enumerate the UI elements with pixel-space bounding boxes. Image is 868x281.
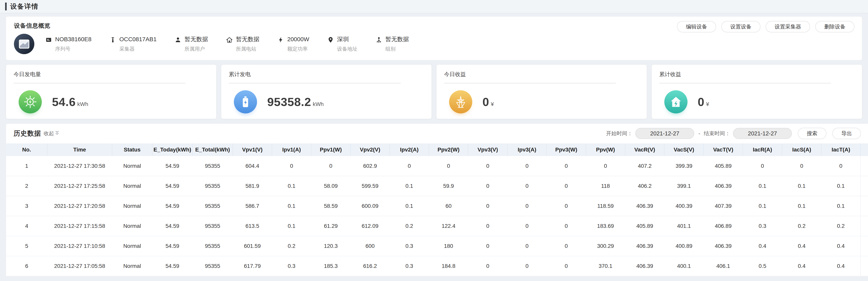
table-cell: 406.39	[704, 176, 743, 196]
table-cell: 0.1	[821, 176, 861, 196]
device-rated-power: 20000W额定功率	[277, 36, 309, 53]
column-header: Vpv3(V)	[468, 144, 507, 156]
table-cell: 0	[547, 156, 586, 176]
table-cell: 600.09	[350, 196, 390, 216]
device-overview-card: 设备信息概览 编辑设备设置设备设置采集器删除设备 NO	[6, 17, 862, 60]
table-cell: 0.3	[390, 236, 429, 256]
table-cell: 54.59	[152, 156, 192, 176]
table-cell: 599.59	[350, 176, 390, 196]
table-cell: 401.1	[664, 216, 704, 236]
table-cell-overflow	[861, 156, 868, 176]
table-cell: 0	[547, 216, 586, 236]
table-cell: 0	[468, 156, 507, 176]
stat-title: 累计收益	[659, 71, 855, 78]
serial-card-icon	[45, 36, 52, 43]
table-cell: 54.59	[152, 236, 192, 256]
history-table-wrap: No.TimeStatusE_Today(kWh)E_Total(kWh)Vpv…	[6, 144, 868, 276]
collapse-toggle[interactable]: 收起	[44, 130, 60, 137]
table-row: 62021-12-27 17:05:58Normal54.5995355617.…	[6, 256, 868, 276]
table-cell: 5	[6, 236, 47, 256]
info-value: 20000W	[287, 36, 309, 43]
search-button[interactable]: 搜索	[798, 128, 827, 139]
info-value: 暂无数据	[236, 36, 259, 43]
table-cell: 407.2	[625, 156, 664, 176]
power-bolt-icon	[277, 36, 284, 43]
stat-divider	[444, 83, 616, 84]
column-header: Status	[112, 144, 152, 156]
stat-unit: ¥	[706, 101, 709, 107]
table-cell: 0	[547, 196, 586, 216]
table-cell: 4	[6, 216, 47, 236]
page-title: 设备详情	[10, 2, 38, 11]
info-label: 额定功率	[287, 45, 309, 53]
table-cell: 0.1	[782, 196, 821, 216]
stat-unit: ¥	[491, 101, 494, 107]
table-cell: 2021-12-27 17:30:58	[47, 156, 112, 176]
column-header: VacT(V)	[704, 144, 743, 156]
table-cell: 185.3	[311, 256, 350, 276]
table-cell: 406.39	[625, 256, 664, 276]
column-header: IacR(A)	[743, 144, 782, 156]
table-cell: 6	[6, 256, 47, 276]
column-header: Ipv2(A)	[390, 144, 429, 156]
column-header: Ppv3(W)	[547, 144, 586, 156]
table-cell: 0.4	[821, 256, 861, 276]
table-cell: 399.1	[664, 176, 704, 196]
main-content: 设备信息概览 编辑设备设置设备设置采集器删除设备 NO	[0, 13, 868, 277]
configure-collector-button[interactable]: 设置采集器	[766, 21, 810, 32]
edit-device-button[interactable]: 编辑设备	[677, 21, 716, 32]
table-cell: 406.2	[625, 176, 664, 196]
device-owner: 暂无数据所属用户	[175, 36, 208, 53]
table-cell: 406.1	[704, 256, 743, 276]
table-cell: 2021-12-27 17:25:58	[47, 176, 112, 196]
export-button[interactable]: 导出	[832, 128, 861, 139]
table-cell: 613.5	[233, 216, 272, 236]
table-cell-overflow	[861, 196, 868, 216]
table-cell: Normal	[112, 196, 152, 216]
configure-device-button[interactable]: 设置设备	[721, 21, 761, 32]
table-cell: 0	[782, 156, 821, 176]
collapse-label: 收起	[44, 130, 54, 137]
start-date-input[interactable]: 2021-12-27	[635, 128, 694, 139]
stat-value: 0	[483, 95, 489, 109]
stat-title: 今日收益	[444, 71, 639, 78]
stat-title: 今日发电量	[13, 71, 209, 78]
table-cell: 0.3	[390, 256, 429, 276]
stat-divider	[229, 83, 401, 84]
column-header: E_Total(kWh)	[192, 144, 233, 156]
table-cell: 54.59	[152, 196, 192, 216]
table-cell: 0	[468, 236, 507, 256]
stat-card-today-generation: 今日发电量54.6kWh	[6, 65, 216, 119]
table-cell: 2021-12-27 17:20:58	[47, 196, 112, 216]
table-cell: 612.09	[350, 216, 390, 236]
table-cell: 95355	[192, 236, 233, 256]
table-cell: 0	[468, 256, 507, 276]
location-pin-icon	[327, 36, 334, 43]
table-cell: 184.8	[429, 256, 468, 276]
table-cell-overflow	[861, 256, 868, 276]
table-cell: Normal	[112, 176, 152, 196]
table-cell: 0	[586, 156, 625, 176]
info-label: 组别	[385, 45, 409, 53]
table-cell: 0.5	[743, 256, 782, 276]
end-date-input[interactable]: 2021-12-27	[733, 128, 792, 139]
table-cell: 58.59	[311, 196, 350, 216]
device-plant: 暂无数据所属电站	[226, 36, 259, 53]
stat-value: 95358.2	[267, 95, 311, 109]
plant-house-icon	[226, 36, 233, 43]
table-cell: 0.1	[390, 176, 429, 196]
title-accent-bar	[5, 3, 7, 10]
table-cell: 0	[507, 176, 547, 196]
table-cell: 0.1	[390, 196, 429, 216]
delete-device-button[interactable]: 删除设备	[815, 21, 855, 32]
table-cell: 2	[6, 176, 47, 196]
table-cell: Normal	[112, 216, 152, 236]
table-cell: 0.1	[782, 176, 821, 196]
history-title: 历史数据	[13, 129, 41, 138]
table-cell: 0	[429, 156, 468, 176]
table-cell: 95355	[192, 256, 233, 276]
stat-divider	[659, 83, 831, 84]
table-cell: 586.7	[233, 196, 272, 216]
table-cell: 405.89	[625, 216, 664, 236]
column-header: Vpv2(V)	[350, 144, 390, 156]
